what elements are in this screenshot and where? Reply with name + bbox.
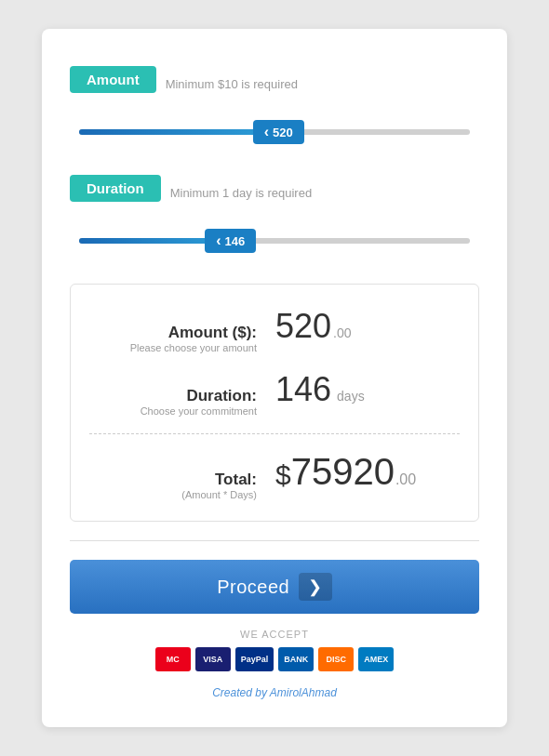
summary-duration-label: Duration: Choose your commitment — [89, 387, 257, 417]
payment-section: WE ACCEPT MC VISA PayPal BANK DISC AMEX … — [70, 629, 479, 699]
summary-duration-value: 146 days — [275, 370, 365, 409]
summary-total-cents: .00 — [395, 471, 416, 488]
summary-total-symbol: $ — [275, 459, 291, 491]
summary-amount-label: Amount ($): Please choose your amount — [89, 324, 257, 353]
amount-section: Amount Minimum $10 is required 520 — [70, 66, 479, 149]
mastercard-badge: MC — [155, 647, 191, 671]
duration-section: Duration Minimum 1 day is required 146 — [70, 175, 479, 258]
summary-amount-number: 520 — [275, 307, 331, 346]
main-divider — [70, 540, 479, 541]
amount-slider-container[interactable]: 520 — [70, 115, 479, 149]
amex-badge: AMEX — [358, 647, 394, 671]
summary-amount-main-label: Amount ($): — [89, 324, 257, 342]
summary-duration-number: 146 — [275, 370, 331, 409]
proceed-arrow-icon: ❯ — [299, 573, 332, 601]
summary-total-row: Total: (Amount * Days) $ 75920 .00 — [89, 451, 460, 500]
footer-credit: Created by AmirolAhmad — [70, 686, 479, 699]
duration-hint: Minimum 1 day is required — [170, 186, 312, 200]
bank-badge: BANK — [278, 647, 314, 671]
summary-box: Amount ($): Please choose your amount 52… — [70, 284, 479, 522]
summary-total-value: $ 75920 .00 — [275, 451, 416, 493]
main-card: Amount Minimum $10 is required 520 Durat… — [42, 29, 507, 727]
paypal-badge: PayPal — [235, 647, 274, 671]
duration-badge: Duration — [70, 175, 161, 202]
amount-hint: Minimum $10 is required — [166, 77, 298, 91]
payment-cards: MC VISA PayPal BANK DISC AMEX — [70, 647, 479, 671]
summary-amount-value: 520 .00 — [275, 307, 352, 346]
proceed-button[interactable]: Proceed ❯ — [70, 560, 479, 614]
summary-total-main-label: Total: — [89, 471, 257, 489]
duration-slider-container[interactable]: 146 — [70, 224, 479, 258]
summary-amount-row: Amount ($): Please choose your amount 52… — [89, 307, 460, 353]
summary-duration-main-label: Duration: — [89, 387, 257, 405]
duration-header: Duration Minimum 1 day is required — [70, 175, 479, 209]
summary-amount-sub-label: Please choose your amount — [89, 342, 257, 353]
summary-amount-cents: .00 — [333, 325, 351, 340]
footer-text: Created by — [212, 686, 270, 699]
amount-header: Amount Minimum $10 is required — [70, 66, 479, 100]
summary-duration-row: Duration: Choose your commitment 146 day… — [89, 370, 460, 417]
summary-total-number: 75920 — [291, 451, 395, 493]
summary-total-sub-label: (Amount * Days) — [89, 489, 257, 500]
summary-duration-sub-label: Choose your commitment — [89, 405, 257, 417]
summary-divider — [89, 433, 460, 434]
we-accept-label: WE ACCEPT — [70, 629, 479, 640]
footer-author: AmirolAhmad — [270, 686, 337, 699]
summary-duration-suffix: days — [337, 389, 365, 404]
proceed-label: Proceed — [217, 577, 289, 598]
summary-total-label: Total: (Amount * Days) — [89, 471, 257, 500]
visa-badge: VISA — [195, 647, 231, 671]
amount-badge: Amount — [70, 66, 156, 93]
discover-badge: DISC — [318, 647, 354, 671]
